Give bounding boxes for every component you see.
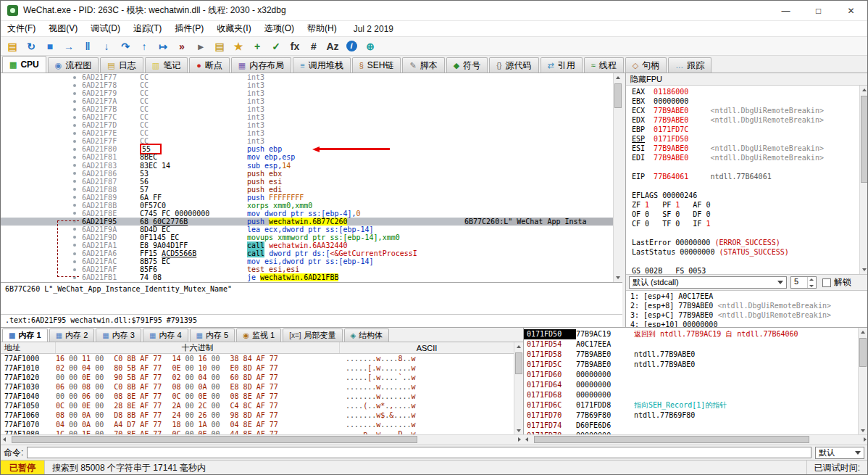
register-line[interactable]: OF 0 SF 0 DF 0 bbox=[632, 210, 860, 219]
disasm-row[interactable]: 6AD21F83 83EC 14 sub esp,14 bbox=[1, 162, 622, 170]
disasm-row[interactable]: 6AD21F7F CC int3 bbox=[1, 137, 622, 145]
register-line[interactable]: ESI 77B9ABE0 <ntdll.DbgUiRemoteBreakin> bbox=[632, 144, 860, 153]
menu-file[interactable]: 文件(F) bbox=[1, 21, 42, 36]
stop-icon[interactable]: ■ bbox=[41, 38, 59, 54]
tab-dump-4[interactable]: ▦ 内存 4 bbox=[143, 329, 188, 342]
run-icon[interactable]: → bbox=[60, 38, 78, 54]
restart-icon[interactable]: ↻ bbox=[22, 38, 40, 54]
register-line[interactable]: GS 002B FS 0053 bbox=[632, 266, 860, 274]
functions-icon[interactable]: fx bbox=[286, 38, 304, 54]
tab-graph[interactable]: ◉ 流程图 bbox=[48, 57, 99, 73]
register-line[interactable]: EDX 77B9ABE0 <ntdll.DbgUiRemoteBreakin> bbox=[632, 115, 860, 125]
register-line[interactable]: EAX 01186000 bbox=[632, 87, 860, 96]
disasm-row[interactable]: 6AD21F80 55 push ebp bbox=[1, 145, 622, 153]
register-line[interactable]: EFLAGS 00000246 bbox=[632, 191, 860, 200]
command-script-select[interactable]: 默认 bbox=[815, 447, 864, 459]
disasm-row[interactable]: 6AD21F9A 8D4D EC lea ecx,dword ptr ss:[e… bbox=[1, 226, 622, 234]
register-line[interactable]: EDI 77B9ABE0 <ntdll.DbgUiRemoteBreakin> bbox=[632, 153, 860, 162]
register-line[interactable]: EBX 00000000 bbox=[632, 96, 860, 106]
dump-row[interactable]: 77AF1010 02000400805BAF770E001000E08DAF7… bbox=[1, 363, 514, 373]
menu-favourites[interactable]: 收藏夹(I) bbox=[210, 21, 257, 36]
tab-struct[interactable]: ◈ 结构体 bbox=[344, 329, 390, 342]
stack-row[interactable]: 0171FD70 77B69F80 ntdll.77B69F80 bbox=[524, 410, 859, 421]
tab-references[interactable]: ⇄ 引用 bbox=[541, 57, 583, 73]
disasm-row[interactable]: 6AD21FB1 74 08 je wechatwin.6AD21FBB bbox=[1, 273, 622, 281]
unlock-checkbox[interactable] bbox=[822, 278, 831, 287]
disasm-row[interactable]: 6AD21F88 57 push edi bbox=[1, 186, 622, 194]
disasm-row[interactable]: 6AD21F9D 0F1145 EC movups xmmword ptr ss… bbox=[1, 234, 622, 241]
tab-symbols[interactable]: ◆ 符号 bbox=[446, 57, 488, 73]
stack-row[interactable]: 0171FD58 77B9ABE0 ntdll.77B9ABE0 bbox=[524, 350, 859, 360]
tab-log[interactable]: ▤ 日志 bbox=[100, 57, 143, 73]
stack-row[interactable]: 0171FD60 00000000 bbox=[524, 370, 859, 380]
register-line[interactable] bbox=[632, 228, 860, 238]
stack-row[interactable]: 0171FD54 A0C17EEA bbox=[524, 339, 859, 350]
step-into-icon[interactable]: ↓ bbox=[98, 38, 115, 54]
menu-trace[interactable]: 追踪(T) bbox=[127, 21, 168, 36]
run-to-user-code-icon[interactable]: ↦ bbox=[154, 38, 172, 54]
maximize-button[interactable]: □ bbox=[802, 1, 835, 20]
animate-icon[interactable]: » bbox=[173, 38, 191, 54]
disasm-row[interactable]: 6AD21F95 68 60C2776B push wechatwin.6B77… bbox=[1, 218, 622, 226]
disasm-row[interactable]: 6AD21F7C CC int3 bbox=[1, 113, 622, 121]
tab-watch-1[interactable]: ◉ 监视 1 bbox=[236, 329, 281, 342]
disasm-row[interactable]: 6AD21FA6 FF15 ACD5566B call dword ptr ds… bbox=[1, 249, 622, 257]
close-button[interactable]: ✕ bbox=[835, 1, 867, 20]
tab-handles[interactable]: ◇ 句柄 bbox=[625, 57, 667, 73]
disasm-scrollbar[interactable] bbox=[613, 73, 622, 282]
tab-seh-chain[interactable]: § SEH链 bbox=[352, 57, 401, 73]
menu-options[interactable]: 选项(O) bbox=[258, 21, 301, 36]
menu-help[interactable]: 帮助(H) bbox=[301, 21, 343, 36]
tab-locals[interactable]: [x=] 局部变量 bbox=[283, 329, 342, 342]
disasm-row[interactable]: 6AD21F86 53 push ebx bbox=[1, 170, 622, 178]
stack-row[interactable]: 0171FD64 00000000 bbox=[524, 380, 859, 390]
stack-row[interactable]: 0171FD68 00000000 bbox=[524, 390, 859, 400]
disasm-row[interactable]: 6AD21F89 6A FF push FFFFFFFF bbox=[1, 194, 622, 202]
tab-breakpoints[interactable]: ● 断点 bbox=[189, 57, 230, 73]
disasm-row[interactable]: 6AD21F7B CC int3 bbox=[1, 105, 622, 113]
disasm-row[interactable]: 6AD21F77 CC int3 bbox=[1, 73, 622, 81]
command-input[interactable] bbox=[27, 447, 811, 458]
disasm-row[interactable]: 6AD21F7D CC int3 bbox=[1, 121, 622, 129]
tab-dump-5[interactable]: ▦ 内存 5 bbox=[190, 329, 235, 342]
stack-row[interactable]: 0171FD50 77B9AC19 返回到 ntdll.77B9AC19 自 n… bbox=[524, 329, 859, 339]
argument-line[interactable]: 3: [esp+C] 77B9ABE0 <ntdll.DbgUiRemoteBr… bbox=[630, 310, 868, 320]
spin-down-icon[interactable] bbox=[808, 283, 816, 289]
dump-row[interactable]: 77AF1060 08000A00D88BAF7724002600988DAF7… bbox=[1, 410, 514, 420]
text-references-icon[interactable]: Az bbox=[324, 38, 341, 54]
check-icon[interactable]: ✓ bbox=[267, 38, 285, 54]
argument-count-stepper[interactable]: 5 bbox=[790, 276, 817, 289]
tab-memory-map[interactable]: ▦ 内存布局 bbox=[231, 57, 291, 73]
register-line[interactable]: CF 0 TF 0 IF 1 bbox=[632, 219, 860, 228]
disasm-row[interactable]: 6AD21F8E C745 FC 00000000 mov dword ptr … bbox=[1, 210, 622, 218]
symbols-globe-icon[interactable]: ⊕ bbox=[362, 38, 379, 54]
tab-source[interactable]: {} 源代码 bbox=[489, 57, 538, 73]
tab-notes[interactable]: ▥ 笔记 bbox=[145, 57, 188, 73]
register-line[interactable] bbox=[632, 181, 860, 191]
register-line[interactable]: ECX 77B9ABE0 <ntdll.DbgUiRemoteBreakin> bbox=[632, 106, 860, 115]
execute-till-return-icon[interactable]: ↑ bbox=[135, 38, 153, 54]
dump-row[interactable]: 77AF1040 00000600088EAF770C000E00088EAF7… bbox=[1, 392, 514, 401]
menu-view[interactable]: 视图(V) bbox=[42, 21, 84, 36]
tab-cpu[interactable]: ▦ CPU bbox=[2, 56, 46, 73]
register-line[interactable]: ESP 0171FD50 bbox=[632, 134, 860, 144]
register-line[interactable]: EIP 77B64061 ntdll.77B64061 bbox=[632, 172, 860, 181]
stack-hscrollbar[interactable] bbox=[523, 434, 868, 445]
minimize-button[interactable]: — bbox=[769, 1, 802, 20]
register-line[interactable] bbox=[632, 162, 860, 172]
dump-row[interactable]: 77AF1070 04000A00A4D7AF7718001A00048EAF7… bbox=[1, 420, 514, 429]
menu-debug[interactable]: 调试(D) bbox=[84, 21, 127, 36]
register-line[interactable]: LastStatus 00000000 (STATUS_SUCCESS) bbox=[632, 247, 860, 257]
disasm-row[interactable]: 6AD21F7A CC int3 bbox=[1, 97, 622, 105]
hide-fpu-button[interactable]: 隐藏FPU bbox=[626, 73, 868, 86]
spin-up-icon[interactable] bbox=[808, 277, 816, 283]
tab-dump-2[interactable]: ▦ 内存 2 bbox=[49, 329, 95, 342]
argument-line[interactable]: 2: [esp+8] 77B9ABE0 <ntdll.DbgUiRemoteBr… bbox=[630, 301, 868, 310]
registers-scrollbar[interactable] bbox=[859, 86, 868, 274]
dump-row[interactable]: 77AF1000 16001100C08BAF77140016003884AF7… bbox=[1, 354, 514, 363]
tab-call-stack[interactable]: ≡ 调用堆栈 bbox=[293, 57, 350, 73]
favourites-icon[interactable]: ★ bbox=[230, 38, 247, 54]
disasm-row[interactable]: 6AD21F79 CC int3 bbox=[1, 89, 622, 97]
disasm-row[interactable]: 6AD21FAC 8B75 EC mov esi,dword ptr ss:[e… bbox=[1, 257, 622, 265]
tab-threads[interactable]: ≈ 线程 bbox=[584, 57, 624, 73]
